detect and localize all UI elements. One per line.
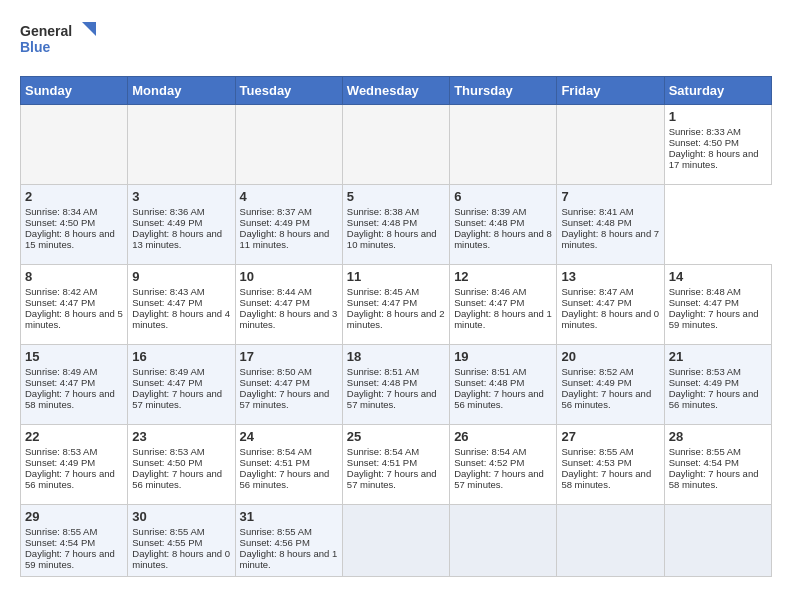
sunset: Sunset: 4:47 PM	[25, 377, 95, 388]
sunrise: Sunrise: 8:54 AM	[454, 446, 526, 457]
day-number: 29	[25, 509, 123, 524]
sunrise: Sunrise: 8:42 AM	[25, 286, 97, 297]
sunset: Sunset: 4:47 PM	[240, 377, 310, 388]
sunset: Sunset: 4:55 PM	[132, 537, 202, 548]
day-cell: 27Sunrise: 8:55 AMSunset: 4:53 PMDayligh…	[557, 425, 664, 505]
day-cell: 8Sunrise: 8:42 AMSunset: 4:47 PMDaylight…	[21, 265, 128, 345]
day-cell: 25Sunrise: 8:54 AMSunset: 4:51 PMDayligh…	[342, 425, 449, 505]
day-cell: 3Sunrise: 8:36 AMSunset: 4:49 PMDaylight…	[128, 185, 235, 265]
day-number: 5	[347, 189, 445, 204]
sunset: Sunset: 4:47 PM	[454, 297, 524, 308]
sunrise: Sunrise: 8:38 AM	[347, 206, 419, 217]
day-number: 2	[25, 189, 123, 204]
daylight: Daylight: 7 hours and 56 minutes.	[669, 388, 759, 410]
day-cell: 31Sunrise: 8:55 AMSunset: 4:56 PMDayligh…	[235, 505, 342, 577]
sunset: Sunset: 4:48 PM	[561, 217, 631, 228]
daylight: Daylight: 7 hours and 56 minutes.	[25, 468, 115, 490]
logo-svg: General Blue	[20, 20, 100, 60]
day-cell: 5Sunrise: 8:38 AMSunset: 4:48 PMDaylight…	[342, 185, 449, 265]
daylight: Daylight: 8 hours and 10 minutes.	[347, 228, 437, 250]
sunset: Sunset: 4:50 PM	[669, 137, 739, 148]
sunset: Sunset: 4:52 PM	[454, 457, 524, 468]
sunset: Sunset: 4:53 PM	[561, 457, 631, 468]
sunset: Sunset: 4:54 PM	[669, 457, 739, 468]
col-header-monday: Monday	[128, 77, 235, 105]
daylight: Daylight: 7 hours and 56 minutes.	[240, 468, 330, 490]
daylight: Daylight: 8 hours and 3 minutes.	[240, 308, 338, 330]
day-number: 19	[454, 349, 552, 364]
day-number: 28	[669, 429, 767, 444]
day-cell: 18Sunrise: 8:51 AMSunset: 4:48 PMDayligh…	[342, 345, 449, 425]
sunrise: Sunrise: 8:55 AM	[132, 526, 204, 537]
day-cell: 29Sunrise: 8:55 AMSunset: 4:54 PMDayligh…	[21, 505, 128, 577]
sunset: Sunset: 4:49 PM	[240, 217, 310, 228]
day-cell: 12Sunrise: 8:46 AMSunset: 4:47 PMDayligh…	[450, 265, 557, 345]
day-cell: 14Sunrise: 8:48 AMSunset: 4:47 PMDayligh…	[664, 265, 771, 345]
sunrise: Sunrise: 8:52 AM	[561, 366, 633, 377]
sunrise: Sunrise: 8:53 AM	[132, 446, 204, 457]
header-row: SundayMondayTuesdayWednesdayThursdayFrid…	[21, 77, 772, 105]
sunset: Sunset: 4:47 PM	[347, 297, 417, 308]
day-cell: 7Sunrise: 8:41 AMSunset: 4:48 PMDaylight…	[557, 185, 664, 265]
empty-cell	[557, 105, 664, 185]
sunset: Sunset: 4:48 PM	[347, 377, 417, 388]
day-number: 4	[240, 189, 338, 204]
sunset: Sunset: 4:54 PM	[25, 537, 95, 548]
empty-cell	[450, 105, 557, 185]
col-header-thursday: Thursday	[450, 77, 557, 105]
sunrise: Sunrise: 8:44 AM	[240, 286, 312, 297]
day-cell	[450, 505, 557, 577]
sunset: Sunset: 4:50 PM	[25, 217, 95, 228]
daylight: Daylight: 8 hours and 17 minutes.	[669, 148, 759, 170]
sunset: Sunset: 4:48 PM	[454, 217, 524, 228]
day-number: 25	[347, 429, 445, 444]
sunrise: Sunrise: 8:54 AM	[347, 446, 419, 457]
sunrise: Sunrise: 8:48 AM	[669, 286, 741, 297]
day-cell: 23Sunrise: 8:53 AMSunset: 4:50 PMDayligh…	[128, 425, 235, 505]
day-number: 12	[454, 269, 552, 284]
sunrise: Sunrise: 8:55 AM	[561, 446, 633, 457]
sunset: Sunset: 4:47 PM	[669, 297, 739, 308]
day-cell: 24Sunrise: 8:54 AMSunset: 4:51 PMDayligh…	[235, 425, 342, 505]
empty-cell	[128, 105, 235, 185]
day-cell: 17Sunrise: 8:50 AMSunset: 4:47 PMDayligh…	[235, 345, 342, 425]
col-header-friday: Friday	[557, 77, 664, 105]
daylight: Daylight: 8 hours and 7 minutes.	[561, 228, 659, 250]
daylight: Daylight: 7 hours and 57 minutes.	[132, 388, 222, 410]
col-header-wednesday: Wednesday	[342, 77, 449, 105]
sunrise: Sunrise: 8:53 AM	[25, 446, 97, 457]
day-number: 13	[561, 269, 659, 284]
day-cell: 21Sunrise: 8:53 AMSunset: 4:49 PMDayligh…	[664, 345, 771, 425]
sunset: Sunset: 4:47 PM	[132, 377, 202, 388]
sunrise: Sunrise: 8:53 AM	[669, 366, 741, 377]
day-cell: 6Sunrise: 8:39 AMSunset: 4:48 PMDaylight…	[450, 185, 557, 265]
sunrise: Sunrise: 8:54 AM	[240, 446, 312, 457]
daylight: Daylight: 8 hours and 5 minutes.	[25, 308, 123, 330]
sunrise: Sunrise: 8:41 AM	[561, 206, 633, 217]
daylight: Daylight: 8 hours and 0 minutes.	[561, 308, 659, 330]
day-cell	[342, 505, 449, 577]
day-number: 23	[132, 429, 230, 444]
col-header-saturday: Saturday	[664, 77, 771, 105]
svg-text:General: General	[20, 23, 72, 39]
sunset: Sunset: 4:50 PM	[132, 457, 202, 468]
empty-cell	[342, 105, 449, 185]
day-cell: 19Sunrise: 8:51 AMSunset: 4:48 PMDayligh…	[450, 345, 557, 425]
empty-cell	[235, 105, 342, 185]
day-number: 27	[561, 429, 659, 444]
day-cell: 22Sunrise: 8:53 AMSunset: 4:49 PMDayligh…	[21, 425, 128, 505]
sunset: Sunset: 4:51 PM	[240, 457, 310, 468]
sunset: Sunset: 4:49 PM	[669, 377, 739, 388]
day-cell: 4Sunrise: 8:37 AMSunset: 4:49 PMDaylight…	[235, 185, 342, 265]
svg-marker-2	[82, 22, 96, 36]
day-cell: 28Sunrise: 8:55 AMSunset: 4:54 PMDayligh…	[664, 425, 771, 505]
sunset: Sunset: 4:47 PM	[240, 297, 310, 308]
day-number: 31	[240, 509, 338, 524]
calendar-table: SundayMondayTuesdayWednesdayThursdayFrid…	[20, 76, 772, 577]
daylight: Daylight: 7 hours and 58 minutes.	[561, 468, 651, 490]
day-cell: 15Sunrise: 8:49 AMSunset: 4:47 PMDayligh…	[21, 345, 128, 425]
sunrise: Sunrise: 8:33 AM	[669, 126, 741, 137]
day-number: 17	[240, 349, 338, 364]
day-number: 15	[25, 349, 123, 364]
day-number: 21	[669, 349, 767, 364]
